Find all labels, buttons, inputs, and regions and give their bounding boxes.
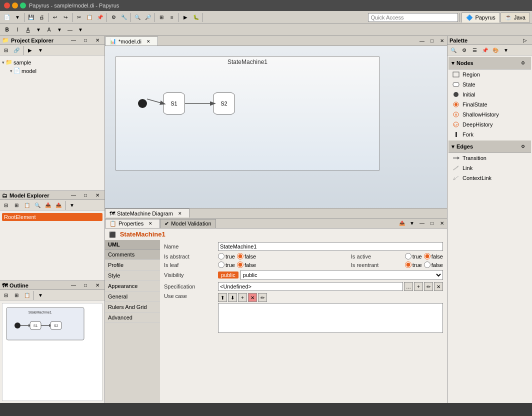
pe-collapse[interactable]: ⊟ (1, 46, 11, 56)
me-maximize[interactable]: □ (80, 190, 90, 200)
tb2-dropdown2[interactable]: ▼ (34, 25, 44, 35)
diagram-canvas[interactable]: StateMachine1 S1 S2 (105, 46, 447, 208)
tree-item-model[interactable]: ▾ 📄 model (2, 66, 102, 75)
usecase-del-btn[interactable]: ✕ (248, 293, 257, 302)
me-btn1[interactable]: ⊟ (1, 200, 11, 210)
palette-pin[interactable]: 📌 (480, 46, 490, 56)
model-di-tab[interactable]: 📊 *model.di ✕ (105, 36, 158, 46)
maximize-button[interactable] (20, 2, 26, 8)
props-sidebar-appearance[interactable]: Appearance (105, 281, 160, 292)
pe-forward[interactable]: ▶ (25, 46, 35, 56)
me-btn5[interactable]: 📥 (43, 200, 53, 210)
pe-maximize[interactable]: □ (80, 36, 90, 46)
props-export[interactable]: 📤 (397, 218, 407, 228)
is-leaf-true-radio[interactable] (218, 262, 224, 268)
tb2-color[interactable]: A (44, 25, 54, 35)
is-active-false-radio[interactable] (424, 253, 430, 260)
tb-undo[interactable]: ↩ (50, 12, 60, 22)
is-leaf-false-radio[interactable] (237, 262, 244, 268)
usecase-up-btn[interactable]: ⬆ (218, 293, 227, 302)
usecase-edit-btn[interactable]: ✏ (258, 293, 267, 302)
props-maximize[interactable]: □ (427, 218, 437, 228)
props-sidebar-uml[interactable]: Comments (105, 250, 160, 260)
tb-redo[interactable]: ↪ (60, 12, 70, 22)
tb-layout[interactable]: ≡ (167, 12, 177, 22)
visibility-select[interactable]: public private protected package (240, 270, 443, 280)
is-leaf-false-label[interactable]: false (237, 262, 256, 268)
nodes-section-options[interactable]: ⚙ (518, 58, 528, 68)
state-s1[interactable]: S1 (163, 92, 185, 114)
palette-item-initial[interactable]: Initial (448, 90, 531, 100)
usecase-add-btn[interactable]: + (238, 293, 247, 302)
smd-tab-close[interactable]: ✕ (175, 208, 185, 218)
me-btn2[interactable]: ⊞ (12, 200, 22, 210)
outline-close[interactable]: ✕ (92, 280, 102, 290)
specification-input[interactable] (218, 282, 403, 291)
model-validation-tab[interactable]: ✔ Model Validation (160, 219, 216, 228)
palette-item-state[interactable]: State (448, 80, 531, 90)
tb2-color2[interactable]: ▼ (54, 25, 64, 35)
tb-new[interactable]: 📄 (2, 12, 12, 22)
outline-btn1[interactable]: ⊟ (1, 290, 11, 300)
smd-tab[interactable]: 🗺 StateMachine Diagram ✕ (105, 208, 190, 218)
props-tab-close[interactable]: ✕ (146, 218, 156, 228)
pe-link[interactable]: 🔗 (12, 46, 22, 56)
spec-edit-btn[interactable]: ✏ (424, 282, 433, 291)
palette-item-transition[interactable]: Transition (448, 153, 531, 163)
spec-more-btn[interactable]: … (404, 282, 413, 291)
palette-item-fork[interactable]: Fork (448, 130, 531, 140)
palette-item-contextlink[interactable]: ∠ ContextLink (448, 173, 531, 183)
outline-menu[interactable]: ▼ (36, 290, 46, 300)
palette-item-region[interactable]: Region (448, 70, 531, 80)
tb2-stroke2[interactable]: ▼ (76, 25, 86, 35)
palette-edges-header[interactable]: ▾ Edges ⚙ (448, 140, 531, 153)
props-sidebar-rulers[interactable]: Rulers And Grid (105, 302, 160, 312)
palette-more[interactable]: ▼ (501, 46, 511, 56)
is-abstract-false-radio[interactable] (237, 253, 244, 260)
palette-nodes-header[interactable]: ▾ Nodes ⚙ (448, 57, 531, 70)
diagram-tabs-close[interactable]: ✕ (437, 36, 447, 46)
tb-more2[interactable]: 🔧 (119, 12, 129, 22)
pe-minimize[interactable]: — (68, 36, 78, 46)
is-reentrant-true-label[interactable]: true (405, 262, 422, 268)
state-s2[interactable]: S2 (213, 92, 235, 114)
is-reentrant-true-radio[interactable] (405, 262, 412, 268)
me-btn3[interactable]: 📋 (22, 200, 32, 210)
is-reentrant-false-radio[interactable] (424, 262, 430, 268)
outline-btn2[interactable]: ⊞ (12, 290, 22, 300)
props-sidebar-profile[interactable]: Profile (105, 260, 160, 270)
props-sidebar-style[interactable]: Style (105, 270, 160, 281)
palette-item-link[interactable]: Link (448, 163, 531, 173)
tb-run[interactable]: ▶ (180, 12, 190, 22)
diagram-tabs-min[interactable]: — (417, 36, 427, 46)
tb2-italic[interactable]: I (12, 25, 22, 35)
is-abstract-true-label[interactable]: true (218, 253, 235, 260)
tb2-bold[interactable]: B (2, 25, 12, 35)
palette-expand[interactable]: ▷ (520, 36, 530, 46)
tb2-underline[interactable]: A (23, 25, 33, 35)
is-active-true-label[interactable]: true (405, 253, 422, 260)
tree-item-rootelement[interactable]: RootElement (2, 213, 102, 221)
is-leaf-true-label[interactable]: true (218, 262, 235, 268)
tb-paste[interactable]: 📌 (95, 12, 105, 22)
diagram-tabs-max[interactable]: □ (427, 36, 437, 46)
palette-item-shallowhistory[interactable]: H ShallowHistory (448, 110, 531, 120)
tb-zoom-out[interactable]: 🔎 (143, 12, 153, 22)
outline-btn3[interactable]: 📋 (22, 290, 32, 300)
is-abstract-true-radio[interactable] (218, 253, 224, 260)
pe-menu[interactable]: ▼ (36, 46, 46, 56)
spec-add-btn[interactable]: + (414, 282, 423, 291)
properties-tab[interactable]: 📋 Properties ✕ (105, 219, 160, 228)
name-input[interactable] (218, 242, 443, 251)
props-sidebar-general[interactable]: General (105, 292, 160, 302)
close-button[interactable] (4, 2, 10, 8)
outline-maximize[interactable]: □ (80, 280, 90, 290)
outline-minimize[interactable]: — (68, 280, 78, 290)
me-btn6[interactable]: 📤 (54, 200, 64, 210)
is-abstract-false-label[interactable]: false (237, 253, 256, 260)
initial-pseudostate[interactable] (138, 99, 147, 108)
palette-dropdown[interactable]: ☰ (470, 46, 480, 56)
me-close[interactable]: ✕ (92, 190, 102, 200)
tb-more1[interactable]: ⚙ (108, 12, 118, 22)
palette-settings[interactable]: ⚙ (459, 46, 469, 56)
